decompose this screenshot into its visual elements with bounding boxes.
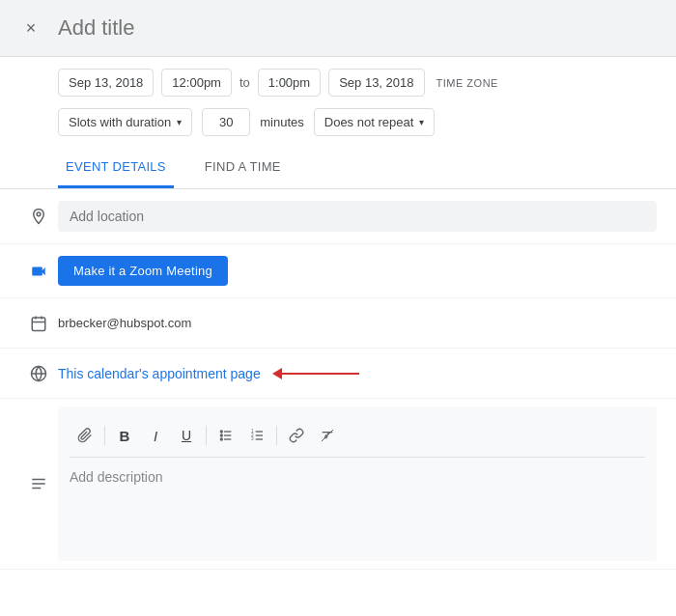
globe-icon [19, 365, 58, 382]
underline-button[interactable]: U [171, 422, 202, 449]
clear-formatting-button[interactable] [312, 422, 343, 449]
header: × [0, 0, 676, 57]
description-area: B I U [58, 406, 657, 561]
toolbar-divider-1 [104, 426, 105, 445]
minutes-label: minutes [260, 115, 304, 129]
attach-button[interactable] [70, 422, 100, 449]
zoom-content: Make it a Zoom Meeting [58, 256, 657, 286]
description-placeholder: Add description [70, 469, 163, 485]
location-row [0, 189, 676, 244]
end-date-button[interactable]: Sep 13, 2018 [328, 69, 424, 97]
arrow-line [282, 373, 359, 375]
tabs-row: EVENT DETAILS FIND A TIME [0, 148, 676, 189]
close-button[interactable]: × [19, 16, 42, 40]
repeat-dropdown[interactable]: Does not repeat ▾ [314, 108, 436, 136]
numbered-list-button[interactable]: 1 2 3 [241, 422, 272, 449]
repeat-chevron-icon: ▾ [419, 117, 424, 127]
title-input[interactable] [58, 15, 657, 41]
calendar-content: brbecker@hubspot.com [58, 316, 657, 330]
location-input[interactable] [58, 201, 657, 232]
italic-button[interactable]: I [140, 422, 171, 449]
description-toolbar: B I U [70, 414, 645, 458]
calendar-row: brbecker@hubspot.com [0, 298, 676, 349]
svg-point-0 [37, 212, 41, 216]
end-time-button[interactable]: 1:00pm [258, 69, 321, 97]
svg-text:3: 3 [251, 436, 254, 441]
start-time-button[interactable]: 12:00pm [161, 69, 232, 97]
appointment-link[interactable]: This calendar's appointment page [58, 366, 261, 381]
svg-point-13 [220, 431, 222, 433]
repeat-label: Does not repeat [324, 115, 414, 129]
arrow-indicator [272, 368, 359, 379]
calendar-icon [19, 315, 58, 332]
calendar-email: brbecker@hubspot.com [58, 316, 191, 330]
zoom-row: Make it a Zoom Meeting [0, 244, 676, 298]
tab-find-a-time[interactable]: FIND A TIME [197, 148, 289, 188]
location-content [58, 201, 657, 232]
appointment-row: This calendar's appointment page [0, 349, 676, 399]
toolbar-divider-3 [276, 426, 277, 445]
content-area: Make it a Zoom Meeting brbecker@hubspot.… [0, 189, 676, 570]
bullet-list-button[interactable] [211, 422, 241, 449]
location-icon [19, 208, 58, 225]
duration-input[interactable] [202, 108, 250, 136]
description-content[interactable]: Add description [70, 465, 645, 543]
svg-point-14 [220, 434, 222, 436]
svg-point-15 [220, 438, 222, 440]
link-button[interactable] [281, 422, 312, 449]
start-date-button[interactable]: Sep 13, 2018 [58, 69, 154, 97]
toolbar-divider-2 [206, 426, 207, 445]
bold-button[interactable]: B [109, 422, 140, 449]
video-icon [19, 263, 58, 280]
tab-event-details[interactable]: EVENT DETAILS [58, 148, 174, 188]
arrow-head-icon [272, 368, 282, 379]
description-row: B I U [0, 399, 676, 570]
options-row: Slots with duration ▾ minutes Does not r… [0, 104, 676, 148]
appointment-content: This calendar's appointment page [58, 366, 657, 381]
time-separator: to [239, 75, 250, 90]
zoom-button[interactable]: Make it a Zoom Meeting [58, 256, 228, 286]
slots-dropdown[interactable]: Slots with duration ▾ [58, 108, 192, 136]
svg-line-25 [322, 430, 333, 441]
datetime-row: Sep 13, 2018 12:00pm to 1:00pm Sep 13, 2… [0, 57, 676, 104]
slots-chevron-icon: ▾ [177, 117, 182, 127]
description-icon [19, 406, 58, 561]
timezone-button[interactable]: TIME ZONE [433, 71, 502, 95]
svg-rect-1 [32, 318, 45, 331]
slots-label: Slots with duration [69, 115, 171, 129]
